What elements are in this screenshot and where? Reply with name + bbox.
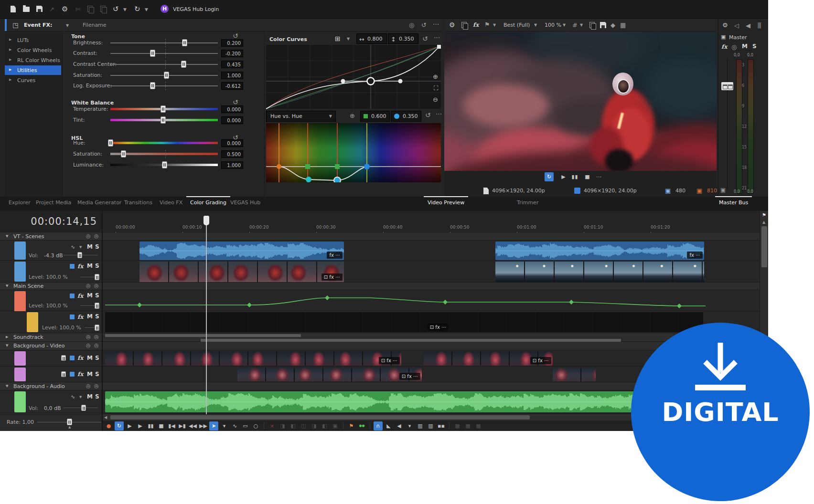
track-color-tab[interactable] [14,368,26,381]
group-bypass-icon[interactable]: ◎ [86,283,91,288]
master-dim-icon[interactable]: ◀ [746,22,750,29]
fx-bypass-icon[interactable]: ◎ [409,22,414,28]
open-project-icon[interactable] [23,7,30,12]
vegas-hub-icon[interactable]: H [161,5,169,13]
quality-dropdown-icon[interactable]: ▼ [534,23,537,27]
track-color-tab[interactable] [14,242,26,260]
transport-go-to-end-button[interactable]: ▶▮ [178,421,187,430]
filmstrip-clip[interactable]: ⊡ fx ⋯ [105,312,450,332]
slider-track[interactable] [110,53,218,54]
group-collapse-icon[interactable]: ▼ [6,344,8,347]
track-header[interactable]: fxMS [0,350,102,367]
mute-button[interactable]: M [87,313,93,320]
clip-fx-badge[interactable]: ⊡ fx ⋯ [379,357,400,364]
preview-pause-button[interactable]: ▮▮ [570,172,579,181]
fx-button[interactable]: fx [77,293,83,299]
slider-handle[interactable] [161,105,166,113]
tab-media-generator[interactable]: Media Generator [77,200,121,206]
group-bypass-icon[interactable]: ◎ [86,383,91,388]
transport-record-button[interactable]: ● [104,421,113,430]
transport-zoom-tool-button[interactable]: ○ [251,421,260,430]
mute-button[interactable]: M [87,292,93,299]
transport-edit-tool-button[interactable]: ➤ [209,421,218,430]
transport-delete-button[interactable]: × [268,421,277,430]
sidebar-item-rl-color-wheels[interactable]: ▶RL Color Wheels [5,55,61,65]
curves-grid[interactable]: ⊕⛶⊖ [266,45,441,109]
group-bypass2-icon[interactable]: ◎ [94,334,99,339]
filmstrip-clip[interactable]: ⊡ fx ⋯ [237,368,422,381]
fx-reset-icon[interactable]: ↺ [421,22,427,28]
slider-track[interactable] [110,85,218,86]
track-color-tab[interactable] [14,262,26,282]
transport-stop-button[interactable]: ■ [157,421,166,430]
external-monitor-icon[interactable]: ◆ [610,22,615,28]
master-bypass-icon[interactable]: ◎ [731,44,737,50]
transport-event-tool-5[interactable]: ◧ [320,421,329,430]
slider-handle[interactable] [121,150,126,158]
curves-h-value-box[interactable]: ↔0.800 [356,33,387,44]
fx-button[interactable]: fx [77,314,83,320]
slider-track[interactable] [110,142,218,144]
transport-pause-button[interactable]: ▮▮ [146,421,155,430]
master-fx-icon[interactable]: fx [721,44,727,50]
track-header[interactable]: fxMSLevel: 100,0 % [0,290,102,311]
group-collapse-icon[interactable]: ▶ [6,336,8,339]
group-collapse-icon[interactable]: ▼ [6,284,8,288]
playhead-marker[interactable] [204,216,209,225]
tab-project-media[interactable]: Project Media [36,200,71,206]
group-bypass2-icon[interactable]: ◎ [94,233,99,239]
tab-color-grading[interactable]: Color Grading [190,200,226,206]
solo-button[interactable]: S [95,355,99,361]
track-group-header[interactable]: ▼Main Scene◎◎ [0,283,102,290]
level-slider-handle[interactable] [95,303,99,309]
transport-grid-3[interactable]: ▦ [474,421,483,430]
filmstrip-clip[interactable] [553,368,596,381]
fx-button[interactable]: fx [77,355,83,361]
mute-button[interactable]: M [87,355,93,361]
audio-clip[interactable]: fx ⋯ [495,242,704,260]
rate-slider-handle[interactable] [67,419,72,425]
redo-dropdown-icon[interactable]: ▼ [145,8,148,12]
tab-video-preview[interactable]: Video Preview [428,200,464,206]
group-bypass-icon[interactable]: ◎ [86,334,91,339]
tab-transitions[interactable]: Transitions [124,200,152,206]
preview-stop-button[interactable]: ■ [583,172,592,181]
filmstrip-clip[interactable]: ⊡ fx ⋯ [105,351,401,366]
transport-auto-crossfade-button[interactable]: ◣ [384,421,393,430]
grid-dropdown-icon[interactable]: ▼ [580,23,583,27]
hue-mode-select[interactable]: Hue vs. Hue▼ [266,111,336,122]
transport-grid-2[interactable]: ▦ [463,421,472,430]
event-fx-dropdown-icon[interactable]: ▼ [66,24,69,28]
tab-master-bus[interactable]: Master Bus [719,200,748,206]
track-group-header[interactable]: ▼VT - Scenes◎◎ [0,233,102,241]
master-settings-icon[interactable]: ⚙ [722,22,728,28]
collapsed-clip-bar[interactable] [201,339,621,342]
group-bypass2-icon[interactable]: ◎ [94,383,99,388]
transport-event-tool-3[interactable]: ◫ [299,421,308,430]
preview-snapshot-icon[interactable] [461,22,467,28]
mute-button[interactable]: M [87,262,93,269]
track-header[interactable]: fxMS [0,367,102,382]
envelope-dropdown-icon[interactable]: ▼ [79,246,82,249]
transport-quantize-dropdown[interactable]: ▾ [405,421,414,430]
group-collapse-icon[interactable]: ▼ [6,385,8,388]
curves-v-value-box[interactable]: ↕0.350 [388,33,418,44]
master-mute-button[interactable]: M [742,43,748,50]
slider-track[interactable] [110,153,218,155]
transport-region-button[interactable]: ●● [357,421,366,430]
slider-handle[interactable] [161,116,166,124]
clip-fx-badge[interactable]: ⊡ fx ⋯ [530,357,551,364]
audio-clip[interactable] [105,391,698,412]
transport-event-tool-2[interactable]: ◧ [289,421,298,430]
track-header[interactable]: fxMSLevel: 100,0 % [0,261,102,283]
clip-fx-badge[interactable]: ⊡ fx ⋯ [428,324,449,331]
level-slider-handle[interactable] [95,274,99,280]
playhead-line[interactable] [206,218,207,414]
compose-icon[interactable] [70,315,75,319]
solo-button[interactable]: S [95,371,99,378]
track-header[interactable]: ∿▼MSVol:-4.3 dB [0,241,102,261]
group-bypass-icon[interactable]: ◎ [86,343,91,348]
track-group-header[interactable]: ▼Background - Video◎◎ [0,342,102,350]
transport-mixer-2[interactable]: ▥ [426,421,435,430]
transport-envelope-tool-button[interactable]: ∿ [230,421,239,430]
